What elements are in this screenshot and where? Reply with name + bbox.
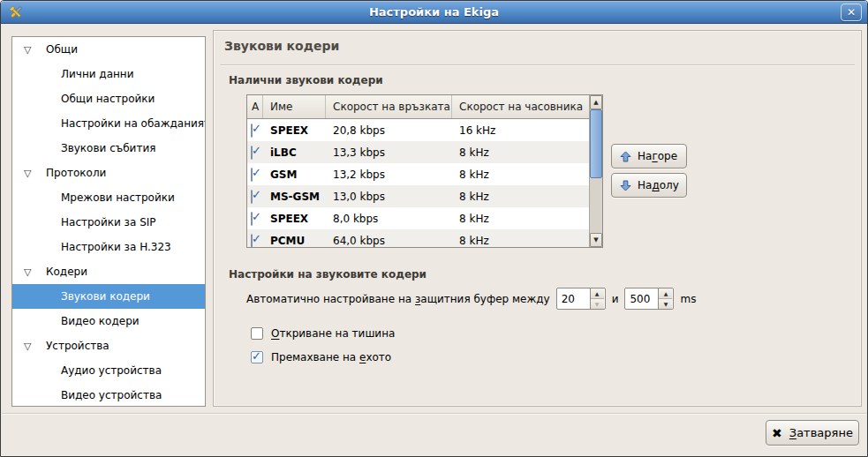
jitter-max-spinner: ▲ ▼ [624,288,674,310]
jitter-min-spinner: ▲ ▼ [556,288,606,310]
codec-enabled-checkbox[interactable] [251,234,253,248]
jitter-max-input[interactable] [625,288,658,309]
table-scrollbar[interactable]: ▲ ▼ [589,95,602,247]
sidebar-item-video-codecs[interactable]: Видео кодери [12,309,205,333]
sidebar-item-label: Мрежови настройки [61,191,175,204]
table-row[interactable]: GSM 13,2 kbps 8 kHz [247,163,589,185]
column-header-bandwidth[interactable]: Скорост на връзката [326,95,452,118]
codec-settings-title: Настройки на звуковите кодери [229,268,426,281]
echo-cancellation-label: Премахване на ехото [271,351,391,363]
silence-detection-checkbox[interactable] [251,327,263,340]
expander-icon[interactable]: ▽ [24,37,31,62]
spin-up-icon[interactable]: ▲ [659,288,672,299]
sidebar-item-video-devices[interactable]: Видео устройства [12,383,205,407]
spin-down-icon[interactable]: ▼ [659,299,672,309]
codec-clockrate: 8 kHz [452,213,589,225]
codec-name: SPEEX [263,213,326,225]
move-down-label: Надолу [638,179,679,191]
sidebar-item-label: Лични данни [61,68,134,80]
codec-clockrate: 8 kHz [452,191,589,203]
settings-tree: ▽ Общи Лични данни Общи настройки Настро… [11,36,206,407]
column-header-name[interactable]: Име [263,95,326,118]
sidebar-item-devices[interactable]: ▽ Устройства [12,333,205,358]
sidebar-item-label: Звукови кодери [61,290,150,303]
echo-cancellation-option[interactable]: Премахване на ехото [251,349,391,365]
sidebar-item-audio-devices[interactable]: Аудио устройства [12,358,205,383]
close-button-label: Затваряне [789,426,853,439]
sidebar-item-label: Аудио устройства [61,364,162,377]
codec-name: SPEEX [263,124,326,137]
close-button[interactable]: ✖ Затваряне [766,420,859,446]
scroll-up-icon[interactable]: ▲ [590,95,602,109]
codec-clockrate: 8 kHz [452,169,589,181]
scrollbar-thumb[interactable] [590,109,602,178]
codec-bandwidth: 13,0 kbps [326,191,452,203]
sidebar-item-label: Настройки на обажданията [61,117,206,130]
codec-enabled-checkbox[interactable] [251,168,253,182]
expander-icon[interactable]: ▽ [24,259,31,284]
codec-bandwidth: 64,0 kbps [326,235,452,247]
move-up-label: Нагоре [638,150,677,162]
table-row[interactable]: SPEEX 8,0 kbps 8 kHz [247,207,589,229]
column-header-active[interactable]: A [247,95,263,118]
preferences-window: Настройки на Ekiga ✕ ▽ Общи Лични данни … [0,0,868,457]
sidebar-item-codecs[interactable]: ▽ Кодери [12,259,205,284]
sidebar-item-personal-data[interactable]: Лични данни [12,62,205,86]
table-row[interactable]: iLBC 13,3 kbps 8 kHz [247,141,589,163]
silence-detection-option[interactable]: Откриване на тишина [251,326,395,341]
spin-up-icon[interactable]: ▲ [591,288,604,299]
titlebar[interactable]: Настройки на Ekiga ✕ [1,1,867,24]
sidebar-item-label: Протоколи [46,167,106,179]
sidebar-item-label: Устройства [46,340,109,352]
codec-bandwidth: 13,2 kbps [326,169,452,181]
codec-clockrate: 8 kHz [452,146,589,159]
codec-enabled-checkbox[interactable] [251,190,253,204]
scroll-down-icon[interactable]: ▼ [590,233,602,247]
codec-bandwidth: 20,8 kbps [326,124,452,137]
sidebar-item-label: Звукови събития [61,142,155,154]
table-row[interactable]: PCMU 64,0 kbps 8 kHz [247,229,589,248]
sidebar-item-h323-settings[interactable]: Настройки за H.323 [12,235,205,259]
footer-separator [2,413,866,414]
expander-icon[interactable]: ▽ [24,333,31,358]
table-row[interactable]: SPEEX 20,8 kbps 16 kHz [247,119,589,141]
codec-name: iLBC [263,146,326,159]
codec-enabled-checkbox[interactable] [251,124,253,138]
codec-table: A Име Скорост на връзката Скорост на час… [246,94,603,248]
codec-name: PCMU [263,235,326,247]
spin-down-icon[interactable]: ▼ [591,299,604,309]
codec-clockrate: 16 kHz [452,124,589,137]
heading-separator [220,64,855,65]
sidebar-item-label: Настройки за SIP [61,216,156,228]
sidebar-item-general-settings[interactable]: Общи настройки [12,86,205,111]
codec-table-header: A Име Скорост на връзката Скорост на час… [247,95,589,119]
codec-enabled-checkbox[interactable] [251,146,253,160]
codec-name: MS-GSM [263,191,326,203]
jitter-min-input[interactable] [557,288,590,309]
expander-icon[interactable]: ▽ [24,161,31,185]
up-arrow-icon [620,151,631,162]
column-header-clockrate[interactable]: Скорост на часовника [452,95,589,118]
sidebar-item-label: Общи настройки [61,93,155,105]
sidebar-item-label: Видео кодери [61,315,140,327]
close-window-icon[interactable]: ✕ [841,4,862,21]
sidebar-item-general[interactable]: ▽ Общи [12,37,205,62]
sidebar-item-network-settings[interactable]: Мрежови настройки [12,185,205,210]
between-word: и [612,293,619,305]
codec-name: GSM [263,169,326,181]
sidebar-item-protocols[interactable]: ▽ Протоколи [12,161,205,185]
move-down-button[interactable]: Надолу [611,173,687,198]
table-row[interactable]: MS-GSM 13,0 kbps 8 kHz [247,185,589,207]
jitter-buffer-label: Автоматично настройване на защитния буфе… [246,293,550,305]
sidebar-item-call-options[interactable]: Настройки на обажданията [12,111,205,136]
jitter-buffer-row: Автоматично настройване на защитния буфе… [246,287,696,311]
down-arrow-icon [620,180,631,191]
echo-cancellation-checkbox[interactable] [251,351,263,363]
sidebar-item-sip-settings[interactable]: Настройки за SIP [12,210,205,235]
sidebar-item-sound-events[interactable]: Звукови събития [12,136,205,161]
sidebar-item-audio-codecs[interactable]: Звукови кодери [12,284,205,309]
move-up-button[interactable]: Нагоре [611,144,687,169]
available-codecs-title: Налични звукови кодери [229,74,383,86]
audio-codecs-panel: Звукови кодери Налични звукови кодери A … [213,30,862,407]
codec-enabled-checkbox[interactable] [251,212,253,226]
